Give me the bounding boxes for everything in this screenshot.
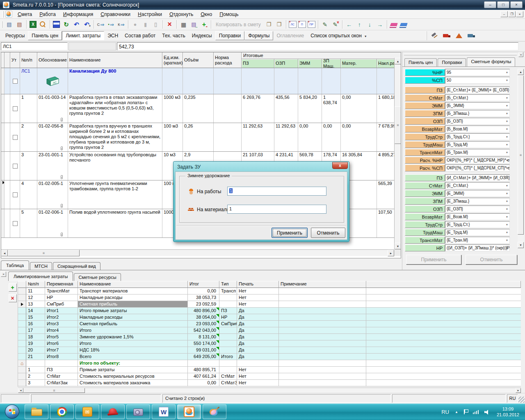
panel-cancel-button[interactable]: Отменить <box>466 255 517 265</box>
edit-doc-icon[interactable] <box>320 20 330 30</box>
action-center-flag-icon[interactable] <box>464 409 468 414</box>
row-checkbox[interactable] <box>13 135 18 140</box>
dialog-input-1[interactable]: 1 <box>227 187 326 196</box>
tab-9[interactable]: Формулы <box>244 31 273 40</box>
dialog-close-button[interactable]: x <box>332 162 348 169</box>
menu-item-7[interactable]: Окно <box>197 11 216 18</box>
attachment-icon[interactable] <box>61 204 63 208</box>
costs-panel-close-icon[interactable]: × <box>1 272 6 277</box>
delete-row-button[interactable]: × <box>9 294 17 302</box>
paste-icon[interactable] <box>264 20 274 30</box>
costs-row-section[interactable]: ⌂Итого по объекту: <box>18 360 521 367</box>
costs-column-header-3[interactable]: Наименование <box>78 281 188 288</box>
scroll-down-icon[interactable]: ▼ <box>395 243 401 249</box>
start-button-icon[interactable] <box>5 404 19 419</box>
formula-value-combobox[interactable]: {Е_Труд.М} <box>445 229 510 236</box>
formula-value-combobox[interactable]: ОКР({%_НР}* {_МДСРЕМ_НР}* ес <box>445 157 510 164</box>
insert-dot-icon[interactable] <box>106 20 116 30</box>
costs-row-17[interactable]: 17Итог4Итого542 043,00Да <box>18 327 521 334</box>
tab-6[interactable]: Тех. часть <box>159 32 188 40</box>
taskbar-app-explorer-icon[interactable] <box>25 404 48 419</box>
column-header-emm[interactable]: ЭММ <box>298 59 322 68</box>
column-header-volume[interactable]: Объём <box>183 52 214 68</box>
tray-clock[interactable]: 13:09 21.03.2012 <box>497 406 519 418</box>
estimate-row-2[interactable]: 201-02-056-8Разработка грунта вручную в … <box>1 123 401 152</box>
row-checkbox[interactable] <box>13 79 18 84</box>
calculator-icon[interactable] <box>178 20 189 30</box>
chevron-up-icon[interactable]: ▲ <box>455 410 458 414</box>
disabled-page-icon[interactable] <box>140 20 151 30</box>
panel-splitter[interactable] <box>404 54 517 55</box>
formula-value-combobox[interactable]: {Е_ЗПмаш.} <box>445 198 510 205</box>
menu-item-5[interactable]: Настройки <box>134 11 166 18</box>
formula-value-combobox[interactable]: {Б_ЗПмаш.} <box>445 110 510 117</box>
menu-item-1[interactable]: Смета <box>14 11 36 18</box>
tab-11[interactable]: Список открытых окон▼ <box>307 32 370 40</box>
costs-row-16[interactable]: 16Итог3Сметная прибыль23 093,00СмПрибДа <box>18 321 521 327</box>
bricks-icon[interactable] <box>455 32 463 40</box>
column-header-name[interactable]: Наименование <box>68 52 162 68</box>
taskbar-app-chrome-icon[interactable] <box>50 404 74 419</box>
attachment-icon[interactable] <box>61 233 63 236</box>
taskbar-app-camera-icon[interactable] <box>126 404 150 419</box>
formula-value-combobox[interactable]: {Б_ЭММ} <box>445 102 510 109</box>
column-header-num[interactable]: №п/п <box>20 52 37 68</box>
costs-row-12[interactable]: 12НРНакладные расходы38 053,73Нет <box>18 294 521 301</box>
close-icon[interactable]: × <box>510 1 523 8</box>
scroll-down-icon[interactable]: ▼ <box>518 242 524 248</box>
row-checkbox[interactable] <box>13 192 18 197</box>
truck-red-icon[interactable] <box>443 32 451 40</box>
column-header-unit[interactable]: Ед.изм. (краткая) <box>162 52 183 68</box>
scroll-right-icon[interactable]: ► <box>516 388 521 393</box>
system-menu-icon[interactable] <box>5 11 12 18</box>
tree-collapse-icon[interactable] <box>14 20 25 30</box>
arrow-down-icon[interactable] <box>365 20 375 30</box>
dialog-cancel-button[interactable]: Отменить <box>311 228 345 238</box>
book-blue-icon[interactable] <box>399 23 407 27</box>
scroll-thumb[interactable] <box>23 388 85 393</box>
maximize-icon[interactable]: □ <box>497 1 509 8</box>
volume-icon[interactable] <box>484 409 490 415</box>
row-checkbox[interactable] <box>13 106 18 111</box>
costs-row-15[interactable]: 15Итог2Накладные расходы38 054,00НРДа <box>18 314 521 321</box>
new-pr-icon[interactable] <box>308 21 315 28</box>
view-tab-3[interactable]: Сокращенный вид <box>53 262 100 270</box>
panel-scrollbar[interactable]: ▲▼ <box>518 69 524 248</box>
costs-row-11[interactable]: 11ТранспМатТранспорт материалов0,00Транс… <box>18 288 521 294</box>
scroll-up-icon[interactable]: ▲ <box>395 58 401 64</box>
formula-value-combobox[interactable]: {Б_Возв.М} <box>445 126 510 132</box>
attachment-icon[interactable] <box>61 146 63 150</box>
column-header-zpm[interactable]: ЗП Маш. <box>322 59 341 68</box>
loader-icon[interactable] <box>467 32 475 40</box>
scroll-thumb[interactable] <box>395 106 401 144</box>
network-icon[interactable] <box>473 410 479 414</box>
save-icon[interactable] <box>53 21 60 28</box>
disabled-circle-icon[interactable] <box>130 20 140 30</box>
costs-row-13[interactable]: 13СмПрибСметная прибыль23 092,59Нет <box>18 301 521 308</box>
formula-value-combobox[interactable]: {Е_Тран.М} <box>445 237 510 244</box>
mdi-close-icon[interactable]: × <box>516 11 523 17</box>
resize-grip-icon[interactable] <box>518 397 525 403</box>
scroll-up-icon[interactable]: ▲ <box>518 69 524 75</box>
costs-tab-2[interactable]: Сметные ресурсы <box>74 273 121 281</box>
insert-c-icon[interactable] <box>96 20 106 30</box>
book-pink-icon[interactable] <box>390 23 397 27</box>
minimize-icon[interactable]: – <box>484 1 496 8</box>
formula-value-combobox[interactable]: {Е_Ст.Мат.} <box>445 182 510 189</box>
refresh-icon[interactable] <box>61 20 71 30</box>
formula-value-combobox[interactable]: 95 <box>445 69 510 76</box>
copy-to-estimate-button[interactable]: Копировать в смету <box>213 22 264 27</box>
dialog-apply-button[interactable]: Применить <box>272 228 308 238</box>
formula-value-field[interactable]: 542,73 <box>117 42 518 50</box>
menu-item-2[interactable]: Работа <box>36 11 59 18</box>
formula-value-combobox[interactable]: {И_Ст.Мат.}+ {И_ЭММ}+ {И_ОЗП} <box>445 174 510 181</box>
column-header-code[interactable]: Обоснование <box>37 52 68 68</box>
tab-2[interactable]: Панель цен <box>28 31 62 40</box>
menu-item-8[interactable]: Помощь <box>216 11 242 18</box>
scroll-right-icon[interactable]: ► <box>388 250 394 256</box>
costs-column-header-2[interactable]: Переменная <box>45 281 78 288</box>
taskbar-app-paint-icon[interactable] <box>203 404 226 419</box>
formula-value-combobox[interactable]: {Е_Труд.Ст.} <box>445 221 510 228</box>
tab-3[interactable]: Лимит. затраты <box>62 31 104 40</box>
taskbar-app-word-icon[interactable] <box>152 404 176 419</box>
